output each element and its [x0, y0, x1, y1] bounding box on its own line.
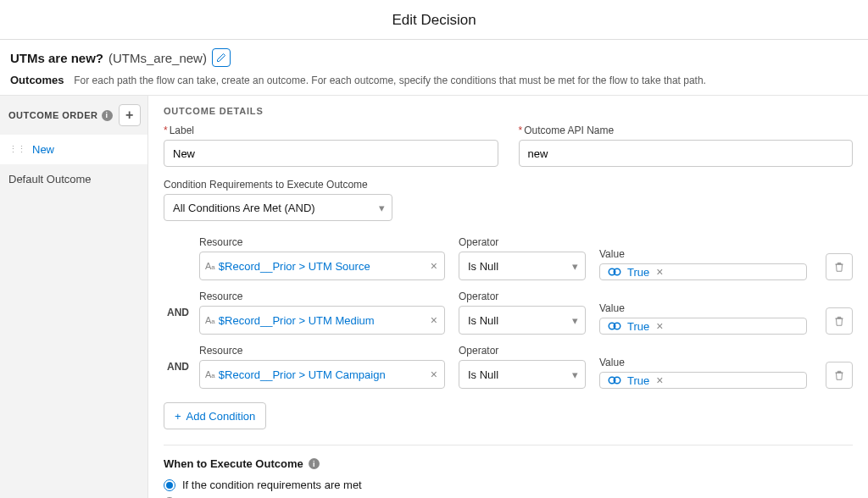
chevron-down-icon: ▾ [572, 314, 578, 327]
value-input[interactable]: True × [599, 263, 807, 280]
clear-value-icon[interactable]: × [654, 319, 665, 333]
text-type-icon: Aa [205, 369, 215, 379]
operator-col-header: Operator [459, 290, 586, 302]
edit-decision-icon[interactable] [212, 48, 231, 67]
resource-col-header: Resource [199, 290, 445, 302]
clear-value-icon[interactable]: × [654, 374, 665, 387]
sidebar-title: OUTCOME ORDER [8, 110, 98, 120]
boolean-icon [607, 373, 622, 388]
logic-label: Condition Requirements to Execute Outcom… [164, 179, 853, 191]
resource-col-header: Resource [199, 236, 445, 248]
clear-resource-icon[interactable]: × [429, 259, 439, 273]
add-condition-label: Add Condition [186, 410, 256, 423]
delete-condition-button[interactable] [826, 362, 853, 389]
value-col-header: Value [599, 302, 807, 314]
value-input[interactable]: True × [599, 318, 807, 335]
api-name-field-label: *Outcome API Name [519, 125, 854, 136]
details-section-title: OUTCOME DETAILS [164, 106, 853, 116]
value-text: True [627, 320, 649, 333]
outcomes-help-text: For each path the flow can take, create … [74, 75, 706, 86]
clear-resource-icon[interactable]: × [429, 313, 439, 327]
outcomes-description: Outcomes For each path the flow can take… [0, 74, 868, 95]
text-type-icon: Aa [205, 315, 215, 325]
outcome-details: OUTCOME DETAILS *Label *Outcome API Name… [148, 96, 868, 498]
divider [164, 445, 853, 445]
execute-title: When to Execute Outcome i [164, 457, 853, 470]
execute-option-1[interactable]: If the condition requirements are met [164, 479, 853, 491]
label-input[interactable] [164, 140, 498, 167]
operator-select[interactable]: Is Null ▾ [459, 252, 586, 280]
sidebar-item-new[interactable]: ⋮⋮ New [0, 135, 147, 164]
info-icon[interactable]: i [309, 458, 320, 469]
logic-select[interactable]: All Conditions Are Met (AND) ▾ [164, 194, 392, 221]
conditions-block: Resource Aa $Record__Prior > UTM Source … [164, 236, 853, 429]
resource-value: $Record__Prior > UTM Source [219, 260, 426, 273]
info-icon[interactable]: i [102, 110, 113, 121]
condition-row: AND Resource Aa $Record__Prior > UTM Med… [164, 290, 853, 335]
radio-icon [164, 479, 175, 491]
text-type-icon: Aa [205, 261, 215, 271]
resource-input[interactable]: Aa $Record__Prior > UTM Source × [199, 252, 445, 280]
chevron-down-icon: ▾ [379, 202, 385, 214]
operator-col-header: Operator [459, 236, 586, 248]
logic-value: All Conditions Are Met (AND) [173, 202, 315, 214]
sidebar-item-label: Default Outcome [8, 173, 92, 185]
resource-value: $Record__Prior > UTM Campaign [219, 368, 426, 381]
resource-col-header: Resource [199, 345, 445, 357]
outcome-sidebar: OUTCOME ORDER i + ⋮⋮ New Default Outcome [0, 96, 148, 498]
operator-col-header: Operator [459, 345, 586, 357]
operator-value: Is Null [468, 368, 498, 381]
boolean-icon [607, 318, 622, 334]
drag-handle-icon[interactable]: ⋮⋮ [8, 144, 25, 155]
boolean-icon [607, 264, 622, 279]
plus-icon: + [175, 410, 181, 423]
decision-api-name: (UTMs_are_new) [108, 51, 207, 65]
chevron-down-icon: ▾ [572, 368, 578, 381]
operator-value: Is Null [468, 260, 498, 273]
sidebar-item-label: New [32, 143, 54, 156]
operator-select[interactable]: Is Null ▾ [459, 306, 586, 335]
logic-word: AND [164, 307, 189, 318]
value-col-header: Value [599, 357, 807, 368]
clear-value-icon[interactable]: × [654, 265, 665, 279]
value-text: True [627, 374, 649, 387]
resource-input[interactable]: Aa $Record__Prior > UTM Campaign × [199, 360, 445, 389]
condition-row: Resource Aa $Record__Prior > UTM Source … [164, 236, 853, 280]
condition-row: AND Resource Aa $Record__Prior > UTM Cam… [164, 345, 853, 389]
clear-resource-icon[interactable]: × [429, 368, 439, 381]
sidebar-header: OUTCOME ORDER i + [0, 96, 147, 135]
add-condition-button[interactable]: + Add Condition [164, 402, 266, 429]
logic-word: AND [164, 361, 189, 373]
decision-title-row: UTMs are new? (UTMs_are_new) [0, 40, 868, 74]
delete-condition-button[interactable] [826, 253, 853, 280]
operator-select[interactable]: Is Null ▾ [459, 360, 586, 389]
resource-input[interactable]: Aa $Record__Prior > UTM Medium × [199, 306, 445, 335]
chevron-down-icon: ▾ [572, 260, 578, 273]
add-outcome-button[interactable]: + [119, 104, 141, 126]
value-input[interactable]: True × [599, 372, 807, 389]
outcomes-label: Outcomes [10, 74, 64, 86]
value-col-header: Value [599, 248, 807, 260]
value-text: True [627, 266, 649, 279]
resource-value: $Record__Prior > UTM Medium [219, 314, 426, 327]
delete-condition-button[interactable] [826, 307, 853, 335]
decision-label: UTMs are new? [10, 51, 103, 65]
label-field-label: *Label [164, 125, 498, 136]
operator-value: Is Null [468, 314, 498, 327]
sidebar-item-default[interactable]: Default Outcome [0, 164, 147, 194]
radio-label: If the condition requirements are met [182, 479, 362, 491]
modal-title: Edit Decision [0, 0, 868, 40]
api-name-input[interactable] [519, 140, 854, 167]
